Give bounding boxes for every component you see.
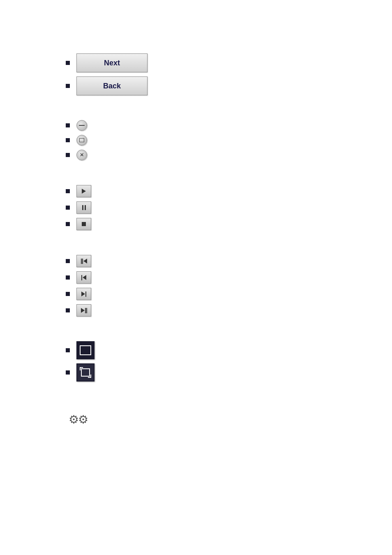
- play-icon: [82, 189, 86, 194]
- bullet-window: [66, 348, 70, 352]
- bullet-minimize: [66, 123, 70, 127]
- restore-button[interactable]: [76, 135, 87, 146]
- minimize-button[interactable]: [76, 120, 87, 131]
- nav-section: Next Back: [66, 53, 392, 99]
- window-controls-section: ✕: [66, 120, 392, 164]
- fullscreen-icon: [80, 367, 91, 378]
- bullet-prev: [66, 275, 70, 280]
- next-button[interactable]: Next: [76, 53, 148, 72]
- window-button[interactable]: [76, 341, 95, 359]
- minimize-item: [66, 120, 392, 131]
- skip-start-icon: [81, 259, 87, 264]
- play-button[interactable]: [76, 185, 91, 197]
- window-view-item: [66, 341, 392, 359]
- next-frame-icon: [81, 291, 86, 297]
- prev-icon: [81, 275, 86, 280]
- view-controls-section: [66, 341, 392, 386]
- restore-icon: [79, 138, 84, 142]
- back-button[interactable]: Back: [76, 76, 148, 95]
- play-next-button[interactable]: [76, 304, 91, 317]
- settings-section: ⚙⚙: [66, 406, 392, 433]
- bullet-next-frame: [66, 292, 70, 296]
- bullet-fullscreen: [66, 370, 70, 375]
- bullet-back: [66, 84, 70, 88]
- minimize-icon: [79, 125, 85, 126]
- prev-button[interactable]: [76, 271, 91, 284]
- play-item: [66, 185, 392, 197]
- restore-item: [66, 135, 392, 146]
- next-item: Next: [66, 53, 392, 72]
- pause-item: [66, 201, 392, 214]
- back-item: Back: [66, 76, 392, 95]
- stop-icon: [82, 222, 86, 226]
- bullet-skip-start: [66, 259, 70, 263]
- next-frame-button[interactable]: [76, 288, 91, 300]
- fullscreen-item: [66, 363, 392, 382]
- close-icon: ✕: [80, 152, 84, 158]
- bullet-play: [66, 189, 70, 193]
- play-next-item: [66, 304, 392, 317]
- main-container: Next Back ✕: [0, 0, 392, 453]
- track-controls-section: [66, 255, 392, 321]
- bullet-play-next: [66, 308, 70, 312]
- pause-icon: [82, 205, 86, 210]
- prev-item: [66, 271, 392, 284]
- settings-item: ⚙⚙: [66, 406, 392, 429]
- close-button[interactable]: ✕: [76, 150, 87, 160]
- bullet-close: [66, 153, 70, 157]
- settings-button[interactable]: ⚙⚙: [66, 410, 90, 429]
- media-controls-section: [66, 185, 392, 234]
- bullet-pause: [66, 206, 70, 210]
- stop-item: [66, 218, 392, 230]
- bullet-stop: [66, 222, 70, 226]
- fullscreen-button[interactable]: [76, 363, 95, 382]
- play-next-icon: [81, 308, 87, 313]
- skip-start-item: [66, 255, 392, 267]
- next-frame-item: [66, 288, 392, 300]
- stop-button[interactable]: [76, 218, 91, 230]
- skip-start-button[interactable]: [76, 255, 91, 267]
- close-item: ✕: [66, 150, 392, 160]
- window-icon: [80, 345, 91, 355]
- bullet-next: [66, 61, 70, 65]
- bullet-restore: [66, 138, 70, 142]
- gear-icon: ⚙⚙: [69, 414, 88, 426]
- pause-button[interactable]: [76, 201, 91, 214]
